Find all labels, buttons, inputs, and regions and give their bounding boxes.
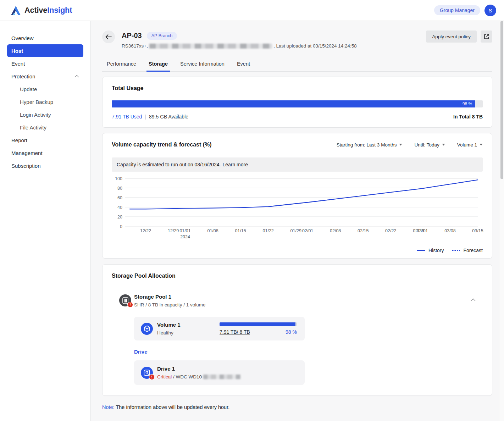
- sidebar-item-subscription[interactable]: Subscription: [7, 159, 83, 172]
- chevron-up-icon: [74, 75, 79, 78]
- page-title: AP-03: [122, 32, 142, 40]
- drive-glyph-icon: [144, 370, 150, 376]
- chart-legend: HistoryForecast: [112, 248, 483, 253]
- chevron-down-icon: [399, 144, 402, 146]
- sidebar-item-host[interactable]: Host: [7, 44, 83, 57]
- pool-collapse-button[interactable]: [471, 297, 476, 303]
- filter-starting-from-last-3-months[interactable]: Starting from: Last 3 Months: [337, 142, 403, 148]
- drive-row: ! Drive 1 Critical / WDC WD10: [134, 360, 305, 385]
- sidebar-item-overview[interactable]: Overview: [7, 32, 83, 44]
- svg-text:60: 60: [117, 195, 122, 200]
- svg-text:80: 80: [117, 186, 122, 191]
- svg-text:40: 40: [117, 205, 122, 210]
- scrollbar-thumb[interactable]: [500, 21, 503, 179]
- last-uploaded: , Last uploaded at 03/15/2024 14:24:58: [273, 43, 357, 49]
- storage-pool-title: Storage Pool Allocation: [112, 273, 483, 279]
- sidebar-item-file-activity[interactable]: File Activity: [7, 121, 83, 134]
- total-usage-percent: 98 %: [463, 101, 475, 106]
- used-amount-link[interactable]: 7.91 TB Used: [112, 114, 142, 120]
- footer-note: Note: The information above will be upda…: [102, 404, 492, 410]
- sidebar-item-hyper-backup[interactable]: Hyper Backup: [7, 95, 83, 108]
- storage-pool-card: Storage Pool Allocation ! Storage Pool 1…: [102, 264, 492, 396]
- pool-text: Storage Pool 1 SHR / 8 TB in capacity / …: [134, 294, 206, 308]
- drive-critical-badge-icon: !: [149, 374, 155, 380]
- trend-chart: 02040608010012/2212/2901/01202401/0801/1…: [112, 175, 483, 242]
- tab-event[interactable]: Event: [235, 61, 252, 72]
- page-head: AP-03 AP Branch RS3617xs+,, Last uploade…: [102, 31, 492, 49]
- svg-text:12/22: 12/22: [140, 228, 151, 233]
- filter-label: Volume 1: [457, 142, 477, 148]
- sidebar-item-management[interactable]: Management: [7, 146, 83, 159]
- learn-more-link[interactable]: Learn more: [222, 162, 248, 167]
- filter-label: Until: Today: [414, 142, 439, 148]
- volume-cube-glyph-icon: [144, 325, 150, 332]
- svg-text:03/15: 03/15: [472, 228, 483, 233]
- filter-volume-1[interactable]: Volume 1: [457, 142, 483, 148]
- drive-status: Critical: [157, 374, 172, 380]
- filter-until-today[interactable]: Until: Today: [414, 142, 445, 148]
- device-model: RS3617xs+,: [122, 43, 148, 49]
- volume-usage-link[interactable]: 7.91 TB/ 8 TB: [220, 329, 250, 335]
- svg-text:01/01: 01/01: [179, 228, 190, 233]
- redacted-address: [149, 44, 272, 49]
- volume-usage-row: 7.91 TB/ 8 TB 98 %: [220, 329, 297, 335]
- sidebar-item-login-activity[interactable]: Login Activity: [7, 108, 83, 121]
- svg-text:100: 100: [115, 176, 122, 181]
- note-prefix: Note:: [102, 404, 115, 410]
- tabs: PerformanceStorageService InformationEve…: [102, 61, 492, 72]
- sidebar-item-label: Hyper Backup: [20, 99, 53, 105]
- sidebar-item-protection[interactable]: Protection: [7, 70, 83, 83]
- chevron-down-icon: [480, 144, 483, 146]
- available-amount: 89.5 GB Available: [149, 114, 188, 120]
- svg-text:03/01: 03/01: [417, 228, 428, 233]
- svg-text:0: 0: [120, 224, 122, 229]
- avatar[interactable]: S: [484, 5, 496, 16]
- tab-service-information[interactable]: Service Information: [178, 61, 227, 72]
- storage-pool-glyph-icon: [122, 297, 128, 304]
- total-usage-fill: 98 %: [112, 100, 475, 107]
- volume-usage-bar: [220, 322, 297, 326]
- apply-event-policy-button[interactable]: Apply event policy: [426, 31, 477, 43]
- page-scrollbar: [499, 21, 504, 421]
- sidebar-item-label: Subscription: [11, 163, 41, 169]
- svg-text:02/08: 02/08: [330, 228, 341, 233]
- sidebar-item-label: Update: [20, 86, 37, 92]
- sidebar-item-update[interactable]: Update: [7, 83, 83, 95]
- drive-name: Drive 1: [157, 366, 242, 372]
- back-button[interactable]: [102, 31, 115, 43]
- svg-text:01/15: 01/15: [235, 228, 246, 233]
- trend-head: Volume capacity trend & forecast (%) Sta…: [112, 142, 483, 148]
- sidebar-item-label: Overview: [11, 35, 34, 41]
- sidebar-item-event[interactable]: Event: [7, 57, 83, 70]
- filter-label: Starting from: Last 3 Months: [337, 142, 397, 148]
- sidebar-item-label: Host: [11, 48, 23, 54]
- trend-title: Volume capacity trend & forecast (%): [112, 142, 212, 148]
- svg-text:02/22: 02/22: [385, 228, 396, 233]
- svg-text:01/22: 01/22: [263, 228, 274, 233]
- redacted-drive-model: [203, 375, 241, 379]
- svg-text:02/15: 02/15: [358, 228, 369, 233]
- tab-performance[interactable]: Performance: [105, 61, 138, 72]
- group-manager-badge[interactable]: Group Manager: [434, 5, 480, 15]
- sidebar: OverviewHostEventProtectionUpdateHyper B…: [0, 21, 91, 421]
- drive-section-label: Drive: [134, 349, 483, 355]
- volume-name: Volume 1: [157, 322, 181, 328]
- pool-description: SHR / 8 TB in capacity / 1 volume: [134, 302, 206, 308]
- volume-row: Volume 1 Healthy 7.91 TB/ 8 TB 98 %: [134, 317, 305, 340]
- brand-text-active: Active: [24, 6, 47, 15]
- open-external-button[interactable]: [481, 31, 492, 43]
- active-insight-logo-icon: [11, 5, 21, 16]
- volume-icon: [141, 323, 153, 335]
- legend-history: History: [417, 248, 444, 253]
- tab-storage[interactable]: Storage: [146, 61, 170, 72]
- trend-chart-svg: 02040608010012/2212/2901/01202401/0801/1…: [112, 175, 484, 241]
- sidebar-item-label: File Activity: [20, 124, 46, 131]
- legend-forecast-line-icon: [452, 250, 460, 251]
- sidebar-item-report[interactable]: Report: [7, 134, 83, 146]
- device-subtitle: RS3617xs+,, Last uploaded at 03/15/2024 …: [122, 43, 357, 49]
- total-capacity: In Total 8 TB: [453, 114, 483, 120]
- sidebar-nav: OverviewHostEventProtectionUpdateHyper B…: [0, 32, 90, 172]
- ap-branch-badge: AP Branch: [147, 32, 177, 40]
- chevron-up-icon: [471, 298, 476, 301]
- note-text: The information above will be updated ev…: [115, 404, 230, 410]
